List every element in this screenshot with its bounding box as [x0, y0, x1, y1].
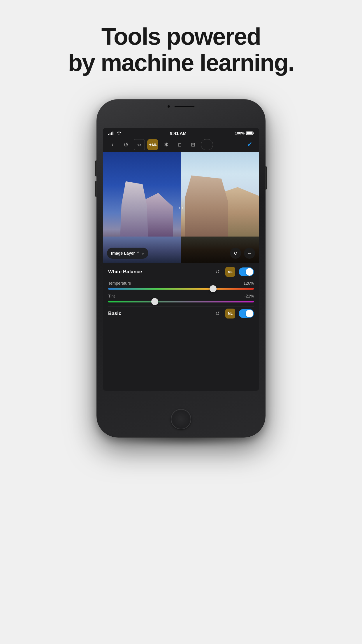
more-button[interactable]: ···	[201, 139, 213, 150]
image-layer-label: Image Layer	[111, 251, 135, 256]
image-after	[181, 152, 259, 263]
temperature-label-row: Temperature 126%	[108, 281, 254, 286]
temperature-label: Temperature	[108, 281, 131, 286]
svg-rect-2	[253, 132, 254, 134]
controls-panel: White Balance ↺ ML Temperature	[103, 263, 259, 324]
status-bar: 9:41 AM 100%	[103, 128, 259, 137]
tint-label-row: Tint -21%	[108, 294, 254, 298]
speaker-grille	[174, 106, 195, 108]
signal-bar-4	[113, 132, 113, 135]
done-button[interactable]: ✓	[244, 139, 255, 150]
white-balance-title: White Balance	[108, 269, 213, 275]
power-button	[265, 166, 267, 190]
image-overlay-controls: Image Layer ⌃ ⌃ ↺ ···	[103, 248, 259, 259]
image-before	[103, 152, 181, 263]
phone-shell: 9:41 AM 100% ‹ ↺ <> ✦ ML	[96, 99, 266, 438]
headline: Tools powered by machine learning.	[68, 23, 294, 76]
tint-control: Tint -21%	[108, 294, 254, 302]
image-more-button[interactable]: ···	[244, 248, 255, 259]
tint-value: -21%	[244, 294, 254, 298]
signal-bars	[108, 131, 113, 135]
signal-bar-3	[111, 132, 112, 135]
tint-label: Tint	[108, 294, 115, 298]
signal-bar-1	[108, 134, 109, 135]
basic-toggle[interactable]	[239, 309, 254, 318]
basic-reset[interactable]: ↺	[213, 309, 222, 318]
headline-line2: by machine learning.	[68, 49, 294, 76]
tint-slider-track[interactable]	[108, 301, 254, 302]
ml-tool-button[interactable]: ✦ ML	[147, 139, 158, 150]
white-balance-section: White Balance ↺ ML Temperature	[108, 267, 254, 302]
rock-formation-right	[181, 164, 259, 239]
back-button[interactable]: ‹	[107, 139, 118, 150]
heal-button[interactable]: ✱	[161, 139, 172, 150]
adjust-button[interactable]: ⊟	[187, 139, 198, 150]
signal-bar-2	[110, 133, 110, 135]
chevron-icon: ⌃	[137, 251, 140, 255]
image-action-buttons: ↺ ···	[230, 248, 255, 259]
wifi-icon	[116, 131, 122, 135]
toggle-knob	[246, 268, 253, 276]
white-balance-header: White Balance ↺ ML	[108, 267, 254, 277]
code-button[interactable]: <>	[134, 139, 145, 150]
image-undo-button[interactable]: ↺	[230, 248, 241, 259]
status-right: 100%	[235, 131, 254, 135]
temperature-control: Temperature 126%	[108, 281, 254, 290]
divider-arrows: ‹ ›	[179, 204, 183, 211]
basic-actions: ↺ ML	[213, 309, 254, 318]
basic-title: Basic	[108, 311, 213, 316]
battery-icon	[246, 131, 254, 135]
image-comparison: ‹ › Image Layer ⌃ ⌃ ↺ ···	[103, 152, 259, 263]
camera-dot	[167, 105, 170, 108]
camera-area	[167, 105, 195, 108]
crop-button[interactable]: ⊡	[174, 139, 185, 150]
undo-button[interactable]: ↺	[120, 139, 131, 150]
white-balance-actions: ↺ ML	[213, 267, 254, 277]
white-balance-toggle[interactable]	[239, 267, 254, 276]
status-left	[108, 131, 122, 135]
basic-section: Basic ↺ ML	[108, 309, 254, 318]
battery-percent: 100%	[235, 131, 245, 135]
volume-up-button	[95, 160, 97, 176]
temperature-slider-track[interactable]	[108, 288, 254, 290]
comparison-divider[interactable]: ‹ ›	[181, 152, 181, 263]
volume-down-button	[95, 181, 97, 197]
section-divider	[108, 307, 254, 307]
svg-rect-1	[247, 132, 252, 134]
basic-toggle-knob	[246, 310, 253, 317]
basic-ml-badge[interactable]: ML	[225, 309, 235, 318]
headline-line1: Tools powered	[101, 23, 261, 50]
image-layer-button[interactable]: Image Layer ⌃ ⌃	[107, 248, 148, 259]
tint-slider-thumb[interactable]	[151, 298, 158, 305]
phone-screen: 9:41 AM 100% ‹ ↺ <> ✦ ML	[103, 128, 259, 391]
white-balance-reset[interactable]: ↺	[213, 267, 222, 276]
toolbar: ‹ ↺ <> ✦ ML ✱ ⊡ ⊟ ··· ✓	[103, 137, 259, 152]
temperature-value: 126%	[243, 281, 254, 286]
white-balance-ml-badge[interactable]: ML	[225, 267, 235, 277]
phone-device: 9:41 AM 100% ‹ ↺ <> ✦ ML	[96, 99, 266, 438]
status-time: 9:41 AM	[170, 131, 187, 136]
home-button[interactable]	[171, 409, 191, 429]
basic-header: Basic ↺ ML	[108, 309, 254, 318]
rock-formation-left	[111, 169, 173, 239]
ml-tool-label: ML	[152, 143, 157, 146]
temperature-slider-thumb[interactable]	[210, 285, 217, 292]
